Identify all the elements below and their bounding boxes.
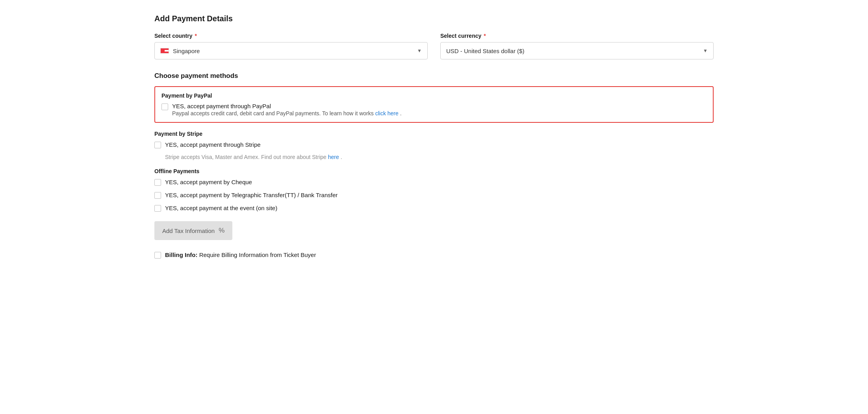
percent-icon: % — [219, 227, 224, 235]
stripe-checkbox-row: YES, accept payment through Stripe — [154, 141, 714, 148]
stripe-checkbox[interactable] — [154, 142, 161, 148]
country-value: Singapore — [173, 48, 417, 54]
currency-group: Select currency * USD - United States do… — [440, 33, 714, 59]
offline-section: Offline Payments YES, accept payment by … — [154, 168, 714, 212]
offline-label: Offline Payments — [154, 168, 714, 174]
add-tax-label: Add Tax Information — [162, 227, 215, 234]
currency-value: USD - United States dollar ($) — [446, 48, 703, 54]
singapore-flag-icon — [160, 48, 169, 54]
tt-row: YES, accept payment by Telegraphic Trans… — [154, 191, 714, 199]
currency-select[interactable]: USD - United States dollar ($) ▼ — [440, 42, 714, 59]
stripe-note: Stripe accepts Visa, Master and Amex. Fi… — [154, 154, 714, 160]
page-title: Add Payment Details — [154, 14, 714, 23]
add-tax-button[interactable]: Add Tax Information % — [154, 221, 232, 240]
country-label: Select country * — [154, 33, 428, 39]
tt-checkbox[interactable] — [154, 192, 161, 199]
currency-required-star: * — [484, 33, 486, 39]
billing-label: Billing Info: Require Billing Informatio… — [165, 251, 316, 258]
chevron-down-icon: ▼ — [417, 48, 422, 54]
paypal-checkbox-row: YES, accept payment through PayPal Paypa… — [161, 103, 707, 116]
billing-row: Billing Info: Require Billing Informatio… — [154, 251, 714, 259]
chevron-down-icon: ▼ — [703, 48, 708, 54]
onsite-label: YES, accept payment at the event (on sit… — [165, 205, 277, 211]
onsite-row: YES, accept payment at the event (on sit… — [154, 204, 714, 212]
country-currency-row: Select country * Singapore ▼ Select curr… — [154, 33, 714, 59]
onsite-checkbox[interactable] — [154, 205, 161, 212]
stripe-section: Payment by Stripe YES, accept payment th… — [154, 131, 714, 160]
country-group: Select country * Singapore ▼ — [154, 33, 428, 59]
currency-label: Select currency * — [440, 33, 714, 39]
cheque-checkbox[interactable] — [154, 179, 161, 186]
paypal-label: Payment by PayPal — [161, 92, 707, 99]
page-container: Add Payment Details Select country * Sin… — [131, 0, 737, 273]
stripe-main-label: YES, accept payment through Stripe — [165, 141, 261, 148]
paypal-click-here-link[interactable]: click here — [375, 110, 399, 116]
stripe-here-link[interactable]: here — [328, 154, 339, 160]
stripe-label: Payment by Stripe — [154, 131, 714, 137]
cheque-row: YES, accept payment by Cheque — [154, 178, 714, 186]
billing-checkbox[interactable] — [154, 252, 161, 259]
cheque-label: YES, accept payment by Cheque — [165, 179, 252, 185]
paypal-description: Paypal accepts credit card, debit card a… — [172, 110, 402, 116]
country-select[interactable]: Singapore ▼ — [154, 42, 428, 59]
paypal-section: Payment by PayPal YES, accept payment th… — [154, 86, 714, 123]
country-required-star: * — [195, 33, 197, 39]
paypal-main-label: YES, accept payment through PayPal — [172, 103, 402, 109]
payment-methods-title: Choose payment methods — [154, 72, 714, 80]
paypal-checkbox[interactable] — [161, 104, 168, 110]
paypal-label-group: YES, accept payment through PayPal Paypa… — [172, 103, 402, 116]
tt-label: YES, accept payment by Telegraphic Trans… — [165, 192, 338, 198]
